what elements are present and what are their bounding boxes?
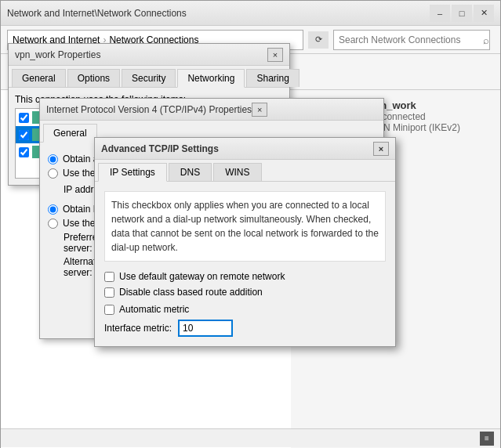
- advanced-tab-wins[interactable]: WINS: [213, 163, 261, 181]
- search-container: ⌕: [333, 30, 494, 50]
- status-bar-right: ≡: [480, 432, 494, 446]
- main-title-bar: Network and Internet\Network Connections…: [1, 1, 500, 26]
- advanced-tab-ip[interactable]: IP Settings: [98, 163, 167, 182]
- search-input[interactable]: [333, 30, 490, 50]
- search-icon: ⌕: [483, 34, 489, 45]
- interface-metric-label: Interface metric:: [104, 323, 172, 334]
- ipv4-title-bar: Internet Protocol Version 4 (TCP/IPv4) P…: [40, 99, 383, 121]
- tab-security[interactable]: Security: [122, 69, 176, 87]
- tab-networking[interactable]: Networking: [177, 69, 245, 88]
- tab-general[interactable]: General: [12, 69, 66, 87]
- default-gateway-label: Use default gateway on remote network: [119, 271, 285, 282]
- automatic-metric-checkbox[interactable]: [104, 305, 114, 315]
- use-dns-radio[interactable]: [48, 219, 58, 229]
- close-button[interactable]: ✕: [474, 5, 494, 22]
- metric-section: Automatic metric Interface metric:: [104, 304, 386, 337]
- ipv6-checkbox[interactable]: [19, 113, 29, 123]
- status-bar: ≡: [1, 428, 500, 447]
- status-icon: ≡: [480, 432, 494, 446]
- interface-metric-input[interactable]: [178, 320, 233, 337]
- automatic-metric-label: Automatic metric: [119, 304, 189, 315]
- advanced-close[interactable]: ×: [373, 142, 389, 156]
- automatic-metric-row[interactable]: Automatic metric: [104, 304, 386, 315]
- advanced-title: Advanced TCP/IP Settings: [101, 143, 373, 154]
- advanced-tabs: IP Settings DNS WINS: [95, 160, 395, 182]
- advanced-title-bar: Advanced TCP/IP Settings ×: [95, 138, 395, 160]
- advanced-tab-dns[interactable]: DNS: [169, 163, 212, 181]
- disable-class-row[interactable]: Disable class based route addition: [104, 287, 386, 298]
- restore-button[interactable]: □: [452, 5, 472, 22]
- vpn-properties-tabs: General Options Security Networking Shar…: [9, 66, 289, 88]
- ipv4-close[interactable]: ×: [252, 103, 267, 117]
- default-gateway-checkbox[interactable]: [104, 272, 114, 282]
- disable-class-label: Disable class based route addition: [119, 287, 263, 298]
- vpn-properties-title: vpn_work Properties: [15, 49, 267, 60]
- vpn-properties-close[interactable]: ×: [267, 48, 283, 62]
- ipv4-checkbox[interactable]: [19, 130, 29, 140]
- advanced-content: This checkbox only applies when you are …: [95, 182, 395, 346]
- window-controls: – □ ✕: [430, 5, 494, 22]
- obtain-ip-radio[interactable]: [48, 154, 58, 164]
- info-text: This checkbox only applies when you are …: [104, 191, 386, 262]
- default-gateway-row[interactable]: Use default gateway on remote network: [104, 271, 386, 282]
- other-checkbox[interactable]: [19, 147, 29, 157]
- minimize-button[interactable]: –: [430, 5, 450, 22]
- advanced-tcpip-dialog: Advanced TCP/IP Settings × IP Settings D…: [94, 137, 396, 347]
- ipv4-tab-general[interactable]: General: [43, 124, 97, 143]
- use-ip-radio[interactable]: [48, 168, 58, 179]
- tab-options[interactable]: Options: [67, 69, 120, 87]
- vpn-properties-title-bar: vpn_work Properties ×: [9, 44, 289, 66]
- tab-sharing[interactable]: Sharing: [246, 69, 299, 87]
- main-window-title: Network and Internet\Network Connections: [7, 8, 430, 19]
- obtain-dns-radio[interactable]: [48, 204, 58, 215]
- disable-class-checkbox[interactable]: [104, 287, 114, 298]
- refresh-button[interactable]: ⟳: [308, 31, 329, 49]
- interface-metric-row: Interface metric:: [104, 320, 386, 337]
- ipv4-title: Internet Protocol Version 4 (TCP/IPv4) P…: [46, 104, 252, 115]
